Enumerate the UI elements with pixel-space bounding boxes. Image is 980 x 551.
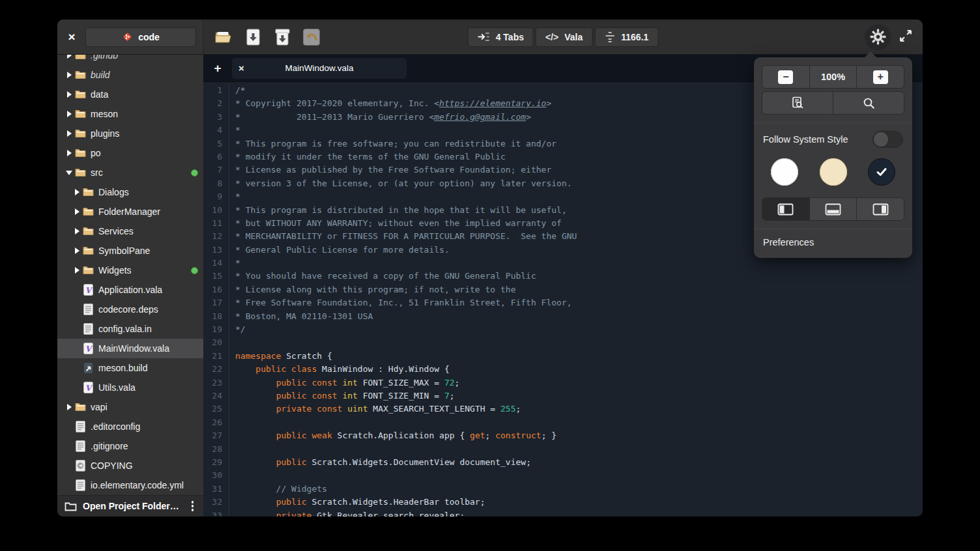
open-file-button[interactable] — [214, 27, 233, 47]
tree-item-.editorconfig[interactable]: .editorconfig — [57, 417, 203, 436]
code-line: 20 — [203, 336, 923, 349]
search-icon — [863, 97, 875, 109]
line-number: 3 — [203, 111, 229, 124]
doc-file-icon — [74, 479, 86, 491]
tree-item-codecore.deps[interactable]: codecore.deps — [57, 300, 203, 319]
expand-icon[interactable] — [64, 150, 74, 156]
new-tab-button[interactable]: + — [209, 59, 227, 78]
tree-item-Widgets[interactable]: Widgets — [57, 261, 203, 280]
open-folder-icon — [214, 30, 233, 44]
expand-icon[interactable] — [72, 267, 82, 274]
code-text: // Widgets — [229, 483, 327, 496]
tree-item-plugins[interactable]: plugins — [57, 124, 203, 143]
tree-item-COPYING[interactable]: COPYING — [57, 456, 203, 475]
undo-button[interactable] — [302, 27, 321, 47]
style-dark-option-selected[interactable] — [868, 158, 895, 186]
tree-item-data[interactable]: data — [57, 85, 203, 104]
checkmark-icon — [875, 165, 888, 178]
expand-icon[interactable] — [64, 91, 74, 98]
expand-icon[interactable] — [72, 189, 82, 195]
language-label: Vala — [564, 32, 583, 42]
code-line: 15* You should have received a copy of t… — [203, 270, 923, 283]
git-project-icon — [122, 31, 133, 42]
expand-icon[interactable] — [64, 404, 74, 410]
project-chooser-button[interactable]: code — [85, 27, 196, 47]
tree-item-Application.vala[interactable]: VApplication.vala — [57, 280, 203, 300]
tree-item-Services[interactable]: Services — [57, 221, 203, 241]
code-text: * — [229, 124, 240, 137]
toggle-right-panel-button[interactable] — [857, 198, 904, 220]
follow-system-style-toggle[interactable] — [872, 131, 903, 148]
project-sidebar: .githubbuilddatamesonpluginsposrcDialogs… — [57, 55, 203, 516]
vala-file-icon: V — [82, 284, 94, 296]
style-sepia-option[interactable] — [820, 158, 847, 186]
code-line: 17* Free Software Foundation, Inc., 51 F… — [203, 296, 923, 309]
code-text: namespace Scratch { — [229, 350, 332, 363]
follow-system-style-label: Follow System Style — [763, 134, 848, 145]
zoom-in-button[interactable]: + — [857, 66, 904, 88]
tree-item-meson[interactable]: meson — [57, 104, 203, 124]
find-button[interactable] — [833, 92, 904, 114]
code-line: 25 private const uint MAX_SEARCH_TEXT_LE… — [203, 403, 923, 416]
code-text — [229, 416, 235, 429]
zoom-level: 100% — [810, 66, 857, 88]
expand-icon[interactable] — [64, 111, 74, 117]
goto-line-button[interactable]: 1166.1 — [594, 27, 658, 47]
tree-item-Dialogs[interactable]: Dialogs — [57, 182, 203, 202]
zoom-out-button[interactable]: − — [762, 66, 810, 88]
right-panel-icon — [872, 203, 889, 216]
tree-item-config.vala.in[interactable]: config.vala.in — [57, 319, 203, 339]
tree-item-vapi[interactable]: vapi — [57, 397, 203, 417]
settings-menu-button[interactable] — [865, 24, 891, 50]
tree-item-po[interactable]: po — [57, 143, 203, 163]
code-brackets-icon: </> — [545, 32, 558, 42]
tree-item-SymbolPane[interactable]: SymbolPane — [57, 241, 203, 261]
tree-item-FolderManager[interactable]: FolderManager — [57, 202, 203, 221]
collapse-icon[interactable] — [64, 171, 74, 175]
tree-item-Utils.vala[interactable]: VUtils.vala — [57, 378, 203, 397]
code-text: private Gtk.Revealer search_revealer; — [229, 509, 465, 517]
tree-item-build[interactable]: build — [57, 65, 203, 85]
tree-item-.github[interactable]: .github — [57, 55, 203, 65]
tree-item-label: Dialogs — [98, 187, 198, 197]
expand-icon[interactable] — [64, 130, 74, 137]
style-light-option[interactable] — [771, 158, 798, 186]
folder-icon — [74, 55, 86, 60]
expand-icon[interactable] — [64, 72, 74, 78]
window-close-button[interactable]: × — [64, 29, 79, 45]
expand-icon[interactable] — [72, 247, 82, 254]
tree-item-.gitignore[interactable]: .gitignore — [57, 436, 203, 456]
tab-close-icon[interactable]: × — [238, 63, 252, 74]
tree-item-MainWindow.vala[interactable]: VMainWindow.vala — [57, 339, 203, 358]
toggle-left-panel-button[interactable] — [762, 198, 810, 220]
preferences-menu-item[interactable]: Preferences — [762, 229, 904, 255]
code-text: * MERCHANTABILITY or FITNESS FOR A PARTI… — [229, 230, 577, 243]
kebab-menu-icon[interactable] — [189, 501, 197, 511]
find-in-project-button[interactable] — [762, 92, 833, 114]
open-project-folder-button[interactable]: Open Project Folder… — [83, 501, 183, 511]
tree-item-io.elementary.code.yml[interactable]: io.elementary.code.yml — [57, 475, 203, 495]
header-bar: × code — [57, 20, 923, 55]
tree-item-src[interactable]: src — [57, 163, 203, 182]
tree-item-meson.build[interactable]: meson.build — [57, 358, 203, 378]
tabs-overview-button[interactable]: 4 Tabs — [468, 27, 534, 47]
expand-icon[interactable] — [72, 208, 82, 215]
line-number: 11 — [203, 217, 229, 230]
save-button[interactable] — [243, 27, 263, 47]
toggle-bottom-panel-button[interactable] — [810, 198, 857, 220]
expand-icon[interactable] — [72, 228, 82, 234]
folder-icon — [74, 148, 86, 158]
code-text: private const uint MAX_SEARCH_TEXT_LENGT… — [229, 403, 521, 416]
language-mode-button[interactable]: </> Vala — [536, 27, 592, 47]
tab-mainwindow-vala[interactable]: × MainWindow.vala — [232, 58, 407, 79]
expand-icon[interactable] — [64, 55, 74, 59]
plus-icon: + — [873, 70, 888, 84]
tree-item-label: data — [91, 89, 198, 100]
fullscreen-button[interactable] — [899, 29, 912, 45]
open-project-folder-icon — [65, 502, 77, 511]
main-header: 4 Tabs </> Vala 1166.1 — [203, 20, 923, 54]
line-number: 5 — [203, 137, 229, 150]
save-as-button[interactable] — [272, 27, 292, 47]
save-as-icon — [275, 29, 290, 46]
vala-file-icon: V — [82, 382, 94, 393]
